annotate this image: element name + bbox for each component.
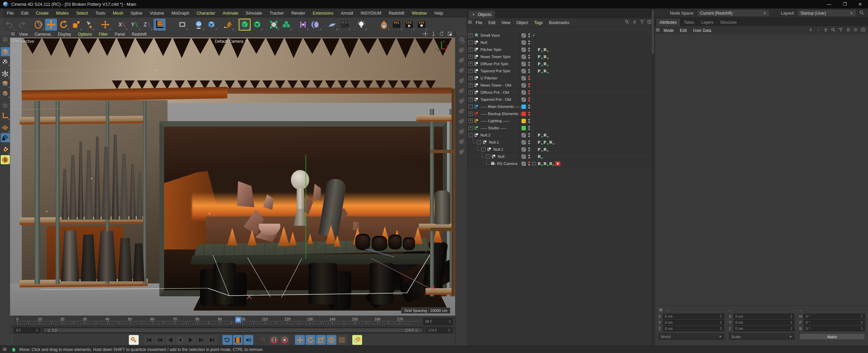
- viewport-menu-cameras[interactable]: Cameras: [31, 32, 55, 37]
- track-tag-r[interactable]: R: [538, 161, 542, 166]
- expand-toggle[interactable]: +: [469, 97, 473, 101]
- editor-visibility-dot[interactable]: [528, 76, 530, 78]
- visibility-dots[interactable]: [528, 112, 530, 116]
- tool-move-button[interactable]: [45, 19, 57, 31]
- play-mode-button[interactable]: [222, 335, 232, 345]
- layer-color-chip[interactable]: [521, 105, 526, 109]
- editor-visibility-dot[interactable]: [528, 97, 530, 99]
- visibility-dots[interactable]: [528, 40, 530, 44]
- object-manager-menu-icon[interactable]: [467, 19, 473, 26]
- next-key-button[interactable]: [197, 335, 206, 345]
- render-visibility-dot[interactable]: [528, 36, 530, 37]
- render-visibility-dot[interactable]: [528, 121, 530, 123]
- tool-take-settings-button[interactable]: [416, 19, 428, 31]
- record-key-button[interactable]: [259, 335, 269, 345]
- enable-toggle[interactable]: [521, 133, 526, 137]
- tool-field-button[interactable]: [310, 19, 321, 31]
- tool-render-settings-button[interactable]: [205, 19, 217, 31]
- attr-menu-mode[interactable]: Mode: [660, 28, 677, 33]
- play-button[interactable]: [176, 335, 185, 345]
- expand-toggle[interactable]: -: [469, 133, 473, 137]
- tree-item-news-tower-spin[interactable]: +News Tower SpinPR: [467, 53, 655, 60]
- enable-toggle[interactable]: [521, 140, 526, 145]
- modeling-tool-8-button[interactable]: [457, 117, 466, 126]
- menubar-item-window[interactable]: Window: [408, 11, 430, 16]
- render-visibility-dot[interactable]: [528, 114, 530, 116]
- viewport-menu-redshift[interactable]: Redshift: [129, 32, 150, 37]
- editor-visibility-dot[interactable]: [528, 62, 530, 63]
- viewport-dolly-button[interactable]: [431, 31, 436, 37]
- tool-redo-button[interactable]: [16, 19, 28, 31]
- tool-take-clapper-button[interactable]: [391, 19, 402, 31]
- tool-scale-button[interactable]: [70, 19, 82, 31]
- tree-item-tapered-pot-spin[interactable]: +Tapered Pot SpinPR: [467, 68, 655, 75]
- tree-item-null[interactable]: -Null: [467, 39, 655, 46]
- modeling-tool-11-button[interactable]: [457, 147, 466, 156]
- viewport-menu-panel[interactable]: Panel: [111, 32, 129, 37]
- viewport-menu-display[interactable]: Display: [54, 32, 74, 37]
- tool-tweak-button[interactable]: [83, 19, 95, 31]
- autokey-settings-button[interactable]: [280, 335, 290, 345]
- stepper-icon[interactable]: ▲▼: [36, 328, 38, 332]
- tool-redshift-render-button[interactable]: [378, 19, 390, 31]
- coord-field-pos-z[interactable]: 0 cm▲▼: [663, 326, 724, 331]
- om-menu-bookmarks[interactable]: Bookmarks: [546, 20, 572, 25]
- leftbar-grip[interactable]: [0, 31, 10, 35]
- om-add-button[interactable]: [647, 19, 652, 26]
- key-pla-button[interactable]: [337, 335, 347, 345]
- mode-axis-mode-button[interactable]: [1, 111, 10, 120]
- tool-volume-builder-button[interactable]: [251, 19, 263, 31]
- layer-color-chip[interactable]: [521, 126, 526, 130]
- expand-toggle[interactable]: -: [486, 154, 490, 159]
- tool-instance-button[interactable]: [280, 19, 292, 31]
- tree-item-null[interactable]: -NullR: [467, 153, 655, 160]
- redshift-camera-tag[interactable]: [555, 161, 560, 166]
- track-tag-r[interactable]: R: [544, 47, 548, 52]
- render-visibility-dot[interactable]: [528, 64, 530, 66]
- viewport-menu-view[interactable]: View: [16, 32, 31, 37]
- layer-color-chip[interactable]: [521, 119, 526, 123]
- editor-visibility-dot[interactable]: [528, 133, 530, 135]
- menubar-item-file[interactable]: File: [3, 11, 17, 16]
- menubar-item-edit[interactable]: Edit: [17, 11, 32, 16]
- tab-structure[interactable]: Structure: [717, 18, 740, 26]
- stepper-icon[interactable]: ▲▼: [448, 328, 450, 332]
- tool-camera-button[interactable]: [339, 19, 351, 31]
- om-menu-tags[interactable]: Tags: [531, 20, 546, 25]
- render-visibility-dot[interactable]: [528, 71, 530, 73]
- attr-target-button[interactable]: [853, 27, 858, 34]
- preview-range-slider[interactable]: 0 F 174 F: [43, 328, 423, 333]
- ghost-tool-button[interactable]: [457, 35, 466, 44]
- expand-toggle[interactable]: +: [469, 112, 473, 116]
- tree-item-studio[interactable]: +----- Studio -----: [467, 125, 655, 132]
- tree-item-diffuse-pot-old[interactable]: +Diffuse Pot - Old: [467, 89, 655, 96]
- next-frame-button[interactable]: [186, 335, 196, 345]
- tree-item-null-1[interactable]: -Null.1PPR: [467, 139, 655, 146]
- coord-field-scl-x[interactable]: 0 cm▲▼: [733, 314, 795, 319]
- visibility-dots[interactable]: [528, 133, 530, 137]
- transform-mode-select[interactable]: Scale▼: [729, 333, 795, 340]
- attr-forward-button[interactable]: [816, 27, 821, 34]
- range-right-handle[interactable]: [416, 329, 418, 332]
- editor-visibility-dot[interactable]: [528, 55, 530, 56]
- track-tag-r[interactable]: R: [549, 140, 554, 145]
- track-tag-r[interactable]: R: [538, 154, 542, 159]
- editor-visibility-dot[interactable]: [528, 147, 530, 149]
- tool-move-axis-button[interactable]: [99, 19, 111, 31]
- tool-primitive-cube-button[interactable]: [239, 19, 251, 31]
- view-label[interactable]: Perspective: [13, 39, 34, 44]
- tree-item-rs-camera[interactable]: RS CameraRRR: [467, 160, 655, 167]
- attr-back-button[interactable]: [808, 27, 813, 34]
- om-menu-view[interactable]: View: [498, 20, 513, 25]
- enable-toggle[interactable]: [521, 162, 526, 166]
- editor-visibility-dot[interactable]: [528, 83, 530, 85]
- om-up-button[interactable]: [632, 19, 637, 26]
- expand-toggle[interactable]: +: [469, 62, 473, 66]
- tool-take-play-button[interactable]: [403, 19, 415, 31]
- visibility-dots[interactable]: [528, 76, 530, 80]
- render-visibility-dot[interactable]: [528, 93, 530, 94]
- prev-key-button[interactable]: [155, 335, 164, 345]
- mode-edges-mode-button[interactable]: [1, 79, 10, 88]
- layout-select[interactable]: Startup (User)▼: [797, 10, 856, 17]
- visibility-dots[interactable]: [528, 105, 530, 109]
